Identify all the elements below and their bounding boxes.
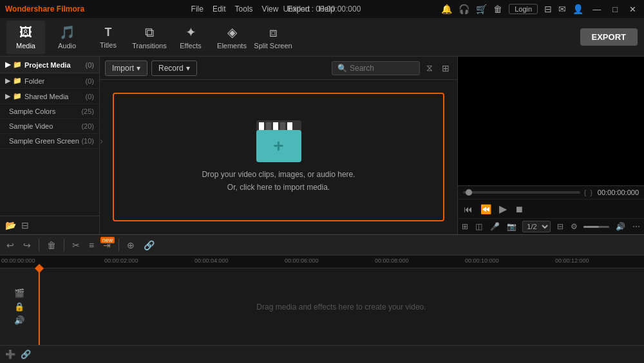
close-window-button[interactable]: ✕	[627, 5, 639, 14]
tool-titles-label: Titles	[100, 41, 117, 49]
timeline-toolbar: ↩ ↪ 🗑 ✂ ≡ ⇥ new ⊕ 🔗	[0, 235, 644, 256]
drop-text: Drop your video clips, images, or audio …	[202, 169, 355, 193]
record-video-icon[interactable]: 📷	[506, 221, 518, 232]
tool-elements[interactable]: ◈ Elements	[213, 21, 251, 54]
speed-badge: new	[100, 237, 115, 243]
record-label: Record	[158, 64, 184, 73]
ruler-mark-6: 00:00:12:000	[555, 257, 589, 264]
play-button[interactable]: ▶	[497, 201, 509, 216]
toolbar: 🖼 Media 🎵 Audio T Titles ⧉ Transitions ✦…	[0, 18, 644, 57]
add-folder-icon[interactable]: 📂	[5, 220, 16, 230]
shared-expand-icon: ▶	[5, 92, 10, 100]
track-video-icon[interactable]: 🎬	[14, 288, 24, 298]
trash-icon[interactable]: 🗑	[493, 4, 502, 14]
ruler-mark-1: 00:00:02:000	[104, 257, 138, 264]
tool-transitions-label: Transitions	[132, 42, 166, 50]
headphone-icon[interactable]: 🎧	[459, 4, 469, 14]
track-area: Drag media and effects here to create yo…	[39, 268, 644, 345]
titlebar-right: 🔔 🎧 🛒 🗑 Login ⊟ ✉ 👤 — □ ✕	[441, 4, 639, 14]
login-button[interactable]: Login	[509, 4, 538, 14]
export-button[interactable]: EXPORT	[580, 28, 638, 46]
record-button[interactable]: Record ▾	[151, 60, 197, 76]
timeline-ruler: 00:00:00:000 00:00:02:000 00:00:04:000 0…	[0, 256, 644, 268]
cart-icon[interactable]: 🛒	[476, 4, 487, 14]
tool-audio[interactable]: 🎵 Audio	[48, 21, 86, 54]
folder-item-count: (0)	[86, 77, 94, 85]
mail-icon[interactable]: ✉	[558, 4, 566, 14]
track-headers: 🎬 🔒 🔊	[0, 268, 39, 345]
step-back-button[interactable]: ⏪	[478, 203, 493, 216]
full-screen-icon[interactable]: ⊞	[460, 221, 469, 232]
redo-button[interactable]: ↪	[21, 239, 33, 252]
fit-icon[interactable]: ⊟	[556, 221, 565, 232]
zoom-select[interactable]: 1/2 1/4 Full	[522, 221, 551, 232]
playhead-marker	[39, 268, 40, 345]
align-button[interactable]: ≡	[86, 239, 97, 252]
tool-media-label: Media	[16, 42, 35, 50]
more-options-icon[interactable]: ⋯	[631, 221, 641, 232]
tool-titles[interactable]: T Titles	[89, 21, 128, 54]
add-clip-button[interactable]: ⊕	[124, 239, 137, 252]
sample-colors-item[interactable]: Sample Colors (25)	[0, 104, 99, 119]
drop-zone[interactable]: + Drop your video clips, images, or audi…	[113, 93, 444, 221]
filter-icon[interactable]: ⧖	[424, 61, 435, 75]
ruler-mark-3: 00:00:06:000	[285, 257, 319, 264]
titles-icon: T	[105, 26, 112, 39]
grid-view-icon[interactable]: ⊞	[439, 62, 452, 75]
undo-button[interactable]: ↩	[4, 239, 17, 252]
profile-icon[interactable]: 👤	[573, 4, 583, 14]
folder-item[interactable]: ▶ 📁 Folder (0)	[0, 73, 99, 89]
track-audio-icon[interactable]: 🔊	[14, 315, 24, 325]
tool-split-screen[interactable]: ⧈ Split Screen	[254, 21, 292, 54]
menu-view[interactable]: View	[262, 5, 279, 14]
settings-icon[interactable]: ⚙	[569, 221, 579, 232]
menu-edit[interactable]: Edit	[213, 5, 226, 14]
stop-button[interactable]: ⏹	[513, 203, 526, 216]
mic-icon[interactable]: 🎤	[489, 221, 501, 232]
menu-tools[interactable]: Tools	[235, 5, 253, 14]
add-track-icon[interactable]: ➕	[4, 348, 17, 360]
sample-green-screen-item[interactable]: Sample Green Screen (10) ›	[0, 134, 99, 149]
left-panel: ▶ 📁 Project Media (0) ▶ 📁 Folder (0) ▶ 📁	[0, 57, 100, 234]
link-clip-icon[interactable]: 🔗	[19, 348, 32, 360]
menu-file[interactable]: File	[191, 5, 204, 14]
snapshot-icon[interactable]: ◫	[474, 221, 484, 232]
maximize-window-button[interactable]: □	[610, 5, 620, 14]
track-lock-icon[interactable]: 🔒	[14, 302, 24, 312]
shared-folder-icon: 📁	[13, 92, 22, 100]
link-button[interactable]: 🔗	[141, 239, 157, 252]
toolbar-separator3	[118, 239, 119, 252]
tool-transitions[interactable]: ⧉ Transitions	[130, 21, 169, 54]
volume-fill	[583, 226, 599, 228]
remove-item-icon[interactable]: ⊟	[21, 220, 29, 230]
folder-item-name: ▶ 📁 Folder	[5, 77, 44, 85]
skip-back-button[interactable]: ⏮	[462, 203, 475, 216]
search-box[interactable]: 🔍	[332, 61, 420, 75]
import-button[interactable]: Import ▾	[105, 60, 147, 76]
preview-area: { } 00:00:00:000 ⏮ ⏪ ▶ ⏹ ⊞ ◫ 🎤 📷 1/2 1/4…	[457, 57, 644, 234]
volume-icon[interactable]: 🔊	[614, 221, 627, 232]
panel-scroll-indicator: ›	[100, 136, 103, 146]
search-input[interactable]	[350, 64, 414, 73]
shared-media-item[interactable]: ▶ 📁 Shared Media (0)	[0, 89, 99, 104]
drag-hint: Drag media and effects here to create yo…	[256, 302, 426, 312]
notification-icon[interactable]: 🔔	[441, 4, 452, 14]
delete-button[interactable]: 🗑	[44, 239, 59, 252]
minimize-icon[interactable]: ⊟	[544, 4, 552, 14]
minimize-window-button[interactable]: —	[590, 5, 603, 14]
cut-button[interactable]: ✂	[70, 239, 82, 252]
preview-controls-bar: { } 00:00:00:000	[458, 185, 644, 199]
tool-split-screen-label: Split Screen	[254, 42, 292, 50]
tool-effects[interactable]: ✦ Effects	[171, 21, 210, 54]
timecode-display: 00:00:00:000	[598, 189, 639, 196]
split-screen-icon: ⧈	[269, 25, 278, 40]
app-logo: Wondershare Filmora	[5, 5, 84, 14]
expand-icon[interactable]: ▶	[5, 60, 10, 69]
volume-slider[interactable]	[583, 226, 609, 228]
sample-video-item[interactable]: Sample Video (20)	[0, 119, 99, 134]
ruler-mark-5: 00:00:10:000	[465, 257, 499, 264]
tool-media[interactable]: 🖼 Media	[6, 21, 45, 54]
playback-slider[interactable]	[463, 191, 580, 194]
plus-icon: +	[273, 136, 283, 156]
timeline-content: 🎬 🔒 🔊 Drag media and effects here to cre…	[0, 268, 644, 345]
